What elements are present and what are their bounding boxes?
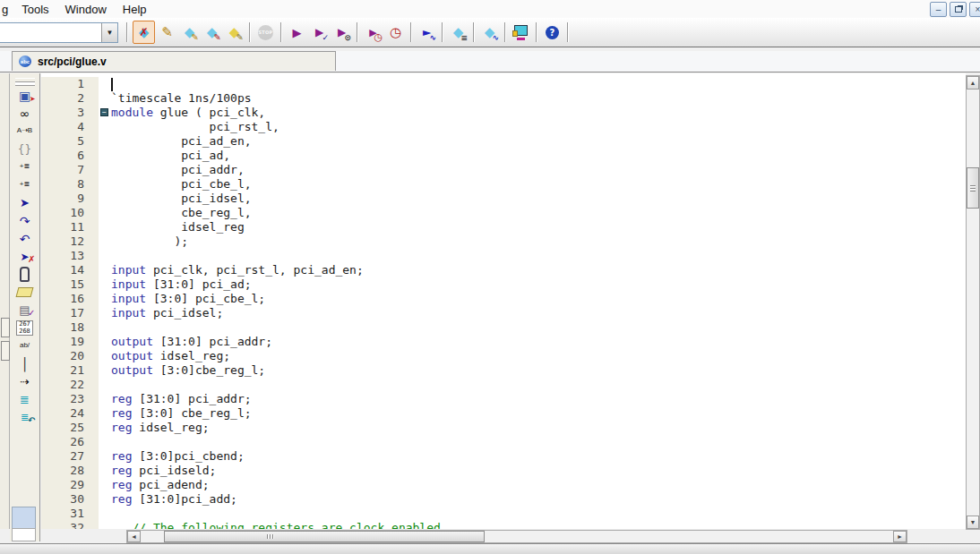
code-text: reg [31:0]pci_add; bbox=[111, 492, 966, 507]
waveform-flag-button[interactable]: ►∿ bbox=[417, 21, 437, 43]
code-editor[interactable]: 12`timescale 1ns/100ps3−module glue ( pc… bbox=[41, 73, 966, 529]
reload-view-button[interactable]: ≣↶ bbox=[13, 410, 38, 425]
jump-next-button[interactable]: ⇢ bbox=[13, 374, 38, 389]
scroll-left-button[interactable]: ◄ bbox=[127, 531, 141, 542]
main-toolbar: ▼ ◆✗✎◆✎◆✎◆✎STOP▶▶✓▶⊙▶◷◷►∿◆≡◆∿? bbox=[0, 18, 980, 47]
line-range-button[interactable]: 267 268 bbox=[13, 320, 38, 336]
compile-diamond-button[interactable]: ◆✎ bbox=[224, 21, 245, 43]
toolbar-gripper[interactable] bbox=[15, 78, 35, 82]
toggle-annotation-button[interactable]: ◆✗ bbox=[133, 21, 155, 44]
separator bbox=[249, 22, 251, 42]
edit-source-button[interactable]: ✎ bbox=[157, 21, 177, 43]
scope-combobox[interactable]: ▼ bbox=[0, 22, 118, 43]
overlay-icon: ✓ bbox=[28, 309, 35, 318]
icon-text: +≣ bbox=[20, 181, 30, 189]
ntrace-monitor-button[interactable] bbox=[511, 21, 531, 43]
code-text bbox=[111, 435, 966, 449]
stop-button[interactable]: STOP bbox=[255, 21, 276, 43]
fold-column bbox=[99, 363, 111, 378]
run-clock-button[interactable]: ▶◷ bbox=[363, 21, 383, 43]
annotate-diamond-button[interactable]: ◆✎ bbox=[179, 21, 200, 43]
line-number: 4 bbox=[41, 120, 99, 134]
line-number: 26 bbox=[41, 435, 99, 449]
code-line: 30reg [31:0]pci_add; bbox=[41, 492, 966, 507]
code-line: 11 idsel_reg bbox=[41, 220, 966, 234]
code-text: module glue ( pci_clk, bbox=[111, 106, 966, 120]
menu-item-window[interactable]: Window bbox=[57, 1, 115, 18]
line-number: 18 bbox=[41, 320, 99, 335]
combobox-value[interactable] bbox=[0, 23, 101, 42]
side-toolbar-footer-box bbox=[12, 528, 36, 541]
doc-check-button[interactable]: ▤✓ bbox=[13, 303, 38, 318]
code-line: 13 bbox=[41, 249, 966, 263]
vertical-scrollbar-thumb[interactable] bbox=[967, 167, 979, 209]
remove-marker-button[interactable]: +≣ bbox=[13, 177, 38, 192]
line-number: 21 bbox=[41, 363, 99, 378]
fold-column bbox=[99, 464, 111, 478]
code-text: `timescale 1ns/100ps bbox=[111, 91, 966, 106]
fold-column bbox=[99, 521, 111, 529]
line-number: 28 bbox=[41, 464, 99, 478]
line-number: 7 bbox=[41, 163, 99, 177]
memo-button[interactable] bbox=[13, 285, 38, 300]
separator bbox=[504, 22, 506, 42]
capture-window-button[interactable]: ▣➤ bbox=[13, 88, 38, 103]
menu-item-help[interactable]: Help bbox=[115, 1, 155, 18]
clear-trace-button[interactable]: ➤✗ bbox=[13, 249, 38, 264]
combobox-dropdown-button[interactable]: ▼ bbox=[101, 23, 117, 42]
horizontal-scroll-track[interactable] bbox=[141, 531, 893, 542]
vertical-scrollbar[interactable]: ▲ ▼ bbox=[966, 75, 980, 530]
trace-driver-button[interactable]: ➤ bbox=[13, 195, 38, 210]
run-button[interactable]: ▶ bbox=[287, 21, 307, 43]
annotate-check-diamond-button[interactable]: ◆✎ bbox=[202, 21, 222, 43]
menu-item-g[interactable]: g bbox=[0, 1, 13, 18]
run-power-button[interactable]: ▶⊙ bbox=[331, 21, 352, 43]
scroll-right-button[interactable]: ► bbox=[893, 531, 907, 542]
code-text: pci_idsel, bbox=[111, 192, 966, 206]
back-trace-button[interactable]: ↶ bbox=[13, 231, 38, 246]
clock-button[interactable]: ◷ bbox=[385, 21, 406, 43]
scroll-down-button[interactable]: ▼ bbox=[967, 516, 979, 529]
match-brace-button[interactable]: {} bbox=[13, 141, 38, 157]
fold-column bbox=[99, 435, 111, 449]
horizontal-scrollbar-thumb[interactable] bbox=[164, 531, 485, 542]
menu-items: gToolsWindowHelp bbox=[0, 1, 155, 18]
attach-button[interactable] bbox=[13, 267, 38, 282]
close-button[interactable]: × bbox=[969, 2, 980, 17]
restore-button[interactable] bbox=[950, 2, 967, 17]
vertical-scroll-track[interactable] bbox=[967, 89, 979, 516]
horizontal-scrollbar[interactable]: ◄ ► bbox=[126, 530, 907, 543]
wrap-lines-button[interactable]: ≣ bbox=[13, 392, 38, 407]
code-text: pci_cbe_l, bbox=[111, 177, 966, 192]
abc-sphere-icon: abc bbox=[19, 55, 31, 67]
icon-text: STOP bbox=[255, 21, 276, 43]
line-number: 15 bbox=[41, 277, 99, 292]
line-number: 23 bbox=[41, 392, 99, 406]
help-button[interactable]: ? bbox=[542, 21, 563, 43]
minimize-button[interactable]: – bbox=[930, 2, 947, 17]
column-select-button[interactable]: │ bbox=[13, 356, 38, 371]
text-select-button[interactable]: ab/ bbox=[13, 338, 38, 354]
print-button[interactable]: ◆≡ bbox=[448, 21, 469, 43]
line-number: 24 bbox=[41, 406, 99, 421]
icon-text: ab/ bbox=[20, 342, 30, 350]
fold-column bbox=[99, 335, 111, 349]
search-icon: ∞ bbox=[20, 107, 30, 120]
fold-column bbox=[99, 507, 111, 521]
replace-button[interactable]: A⇢B bbox=[13, 124, 38, 139]
fold-collapse-icon[interactable]: − bbox=[100, 108, 108, 116]
icon-text: A⇢B bbox=[17, 127, 32, 135]
nwave-button[interactable]: ◆∿ bbox=[479, 21, 500, 43]
menu-item-tools[interactable]: Tools bbox=[13, 1, 56, 18]
tab-src-pci-glue[interactable]: abc src/pci/glue.v bbox=[12, 51, 336, 71]
fold-column: − bbox=[99, 106, 111, 120]
code-line: 20output idsel_reg; bbox=[41, 349, 966, 363]
scroll-up-button[interactable]: ▲ bbox=[967, 76, 979, 89]
trace-load-button[interactable]: ↷ bbox=[13, 213, 38, 228]
code-line: 25reg idsel_reg; bbox=[41, 421, 966, 435]
search-button[interactable]: ∞ bbox=[13, 106, 38, 121]
run-check-button[interactable]: ▶✓ bbox=[309, 21, 330, 43]
add-marker-button[interactable]: +≣ bbox=[13, 159, 38, 175]
fold-column bbox=[99, 177, 111, 192]
code-lines: 12`timescale 1ns/100ps3−module glue ( pc… bbox=[41, 73, 966, 529]
